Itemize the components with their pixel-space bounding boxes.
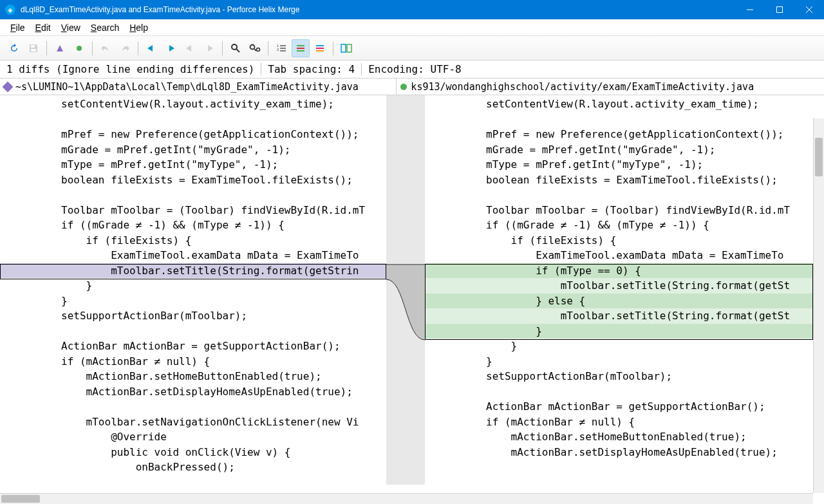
file-tab-right[interactable]: ks913/wondanghighschool/activity/exam/Ex… [396,79,824,95]
code-line[interactable]: ExamTimeTool.examData mData = ExamTimeTo [0,248,386,263]
code-line[interactable]: onBackPressed(); [0,460,386,475]
code-line[interactable]: if ((mGrade ≠ -1) && (mType ≠ -1)) { [0,218,386,233]
code-line[interactable] [425,187,824,203]
save-button [24,39,42,57]
code-line[interactable] [0,324,386,339]
code-line[interactable]: setSupportActionBar(mToolbar); [0,308,386,324]
code-line[interactable]: } [425,339,824,354]
code-line[interactable]: } [425,354,824,369]
refresh-button[interactable] [5,39,23,57]
window-title: dLql8D_ExamTimeActivity.java and ExamTim… [21,5,735,14]
code-line[interactable]: setSupportActionBar(mToolbar); [425,369,824,384]
code-line[interactable]: mPref = new Preference(getApplicationCon… [0,127,386,142]
next-diff-marker-button[interactable] [70,39,88,57]
maximize-button[interactable] [765,0,794,19]
code-line[interactable]: mActionBar.setHomeButtonEnabled(true); [425,429,824,445]
close-button[interactable] [794,0,824,19]
code-line[interactable]: } [425,324,824,339]
code-line[interactable]: if ((mGrade ≠ -1) && (mType ≠ -1)) { [425,218,824,233]
code-line[interactable] [0,187,386,203]
menu-file[interactable]: File [5,21,30,34]
code-line[interactable]: mToolbar.setNavigationOnClickListener(ne… [0,415,386,430]
svg-rect-29 [347,44,351,52]
code-line[interactable]: mToolbar.setTitle(String.format(getStrin [0,263,386,279]
code-line[interactable]: mPref = new Preference(getApplicationCon… [425,127,824,142]
code-line[interactable]: Toolbar mToolbar = (Toolbar) findViewByI… [0,203,386,218]
code-line[interactable]: mActionBar.setDisplayHomeAsUpEnabled(tru… [0,384,386,400]
left-pane[interactable]: setContentView(R.layout.activity_exam_ti… [0,95,386,485]
code-line[interactable]: if (mActionBar ≠ null) { [425,415,824,430]
code-line[interactable]: mType = mPref.getInt("myType", -1); [425,157,824,173]
code-line[interactable]: setContentView(R.layout.activity_exam_ti… [0,97,386,112]
prev-diff-marker-button[interactable] [51,39,69,57]
code-line[interactable]: if (mType == 0) { [425,263,824,279]
inline-diff-button[interactable] [292,39,310,57]
minimize-button[interactable] [735,0,765,19]
code-line[interactable]: mActionBar.setHomeButtonEnabled(true); [0,369,386,384]
code-line[interactable]: mToolbar.setTitle(String.format(getSt [425,278,824,294]
file-tab-left[interactable]: ~s\LUMINO~1\AppData\Local\Temp\dLql8D_Ex… [0,79,396,95]
code-line[interactable]: } else { [425,294,824,309]
file-path-left: ~s\LUMINO~1\AppData\Local\Temp\dLql8D_Ex… [15,81,359,93]
undo-button [97,39,115,57]
code-line[interactable] [425,384,824,400]
code-line[interactable]: public void onClick(View v) { [0,445,386,460]
horizontal-scroll-thumb[interactable] [1,495,40,503]
code-line[interactable]: mGrade = mPref.getInt("myGrade", -1); [425,142,824,158]
redo-button [116,39,134,57]
status-bar: 1 diffs (Ignore line ending differences)… [0,61,824,79]
code-line[interactable]: ExamTimeTool.examData mData = ExamTimeTo [425,248,824,263]
svg-line-15 [254,49,256,51]
svg-line-13 [236,49,239,52]
circle-icon [400,84,407,90]
horizontal-scrollbar[interactable] [0,493,813,504]
code-line[interactable]: mToolbar.setTitle(String.format(getSt [425,308,824,324]
menu-view[interactable]: View [56,21,86,34]
next-diff-button[interactable] [162,39,180,57]
svg-marker-9 [169,45,174,51]
code-line[interactable]: if (mActionBar ≠ null) { [0,354,386,369]
svg-point-12 [232,44,237,50]
svg-point-16 [257,48,260,51]
find-replace-button[interactable] [246,39,264,57]
status-tab: Tab spacing: 4 [261,63,362,75]
find-button[interactable] [227,39,245,57]
status-encoding: Encoding: UTF-8 [362,63,468,75]
line-numbers-button[interactable]: 12 [272,39,290,57]
menu-edit[interactable]: Edit [30,21,56,34]
vertical-scroll-thumb[interactable] [815,138,823,176]
code-line[interactable] [425,112,824,127]
toolbar: 12 [0,36,824,61]
code-line[interactable]: boolean fileExists = ExamTimeTool.fileEx… [425,173,824,188]
code-line[interactable]: mActionBar.setDisplayHomeAsUpEnabled(tru… [425,445,824,460]
code-line[interactable] [0,399,386,415]
app-icon: ◈ [5,5,15,15]
code-line[interactable]: @Override [0,429,386,445]
code-line[interactable]: } [0,294,386,309]
menu-help[interactable]: Help [124,21,153,34]
code-line[interactable]: ActionBar mActionBar = getSupportActionB… [0,339,386,354]
code-line[interactable]: mType = mPref.getInt("myType", -1); [0,157,386,173]
code-line[interactable]: Toolbar mToolbar = (Toolbar) findViewByI… [425,203,824,218]
prev-diff-button[interactable] [142,39,160,57]
menu-search[interactable]: Search [86,21,124,34]
titlebar: ◈ dLql8D_ExamTimeActivity.java and ExamT… [0,0,824,19]
right-pane[interactable]: setContentView(R.layout.activity_exam_ti… [425,95,824,485]
code-line[interactable] [425,460,824,475]
code-line[interactable]: setContentView(R.layout.activity_exam_ti… [425,97,824,112]
svg-rect-4 [31,45,35,48]
diff-area: setContentView(R.layout.activity_exam_ti… [0,95,824,485]
code-line[interactable]: } [0,278,386,294]
vertical-scrollbar[interactable] [813,118,824,493]
code-line[interactable]: ActionBar mActionBar = getSupportActionB… [425,399,824,415]
syntax-highlight-button[interactable] [311,39,329,57]
svg-rect-28 [341,44,346,52]
side-by-side-button[interactable] [337,39,355,57]
code-line[interactable]: mGrade = mPref.getInt("myGrade", -1); [0,142,386,158]
code-line[interactable]: if (fileExists) { [425,233,824,248]
code-line[interactable]: if (fileExists) { [0,233,386,248]
code-line[interactable] [0,112,386,127]
diamond-icon [3,81,14,92]
code-line[interactable]: boolean fileExists = ExamTimeTool.fileEx… [0,173,386,188]
file-path-right: ks913/wondanghighschool/activity/exam/Ex… [411,81,754,93]
